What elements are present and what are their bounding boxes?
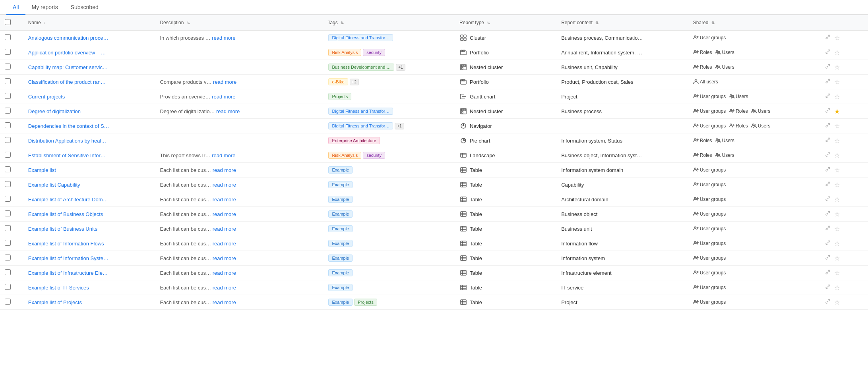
star-icon[interactable]: ☆ [834,122,840,130]
tab-my-reports[interactable]: My reports [25,0,64,15]
link-icon[interactable] [825,239,831,247]
link-icon[interactable] [825,151,831,159]
header-description[interactable]: Description ⇅ [155,15,323,31]
read-more-link[interactable]: read more [213,299,236,305]
report-name-link[interactable]: Degree of digitalization [28,108,81,114]
row-checkbox-10[interactable] [5,181,11,187]
read-more-link[interactable]: read more [213,211,236,217]
read-more-link[interactable]: read more [212,35,235,41]
read-more-link[interactable]: read more [213,270,236,276]
star-icon[interactable]: ☆ [834,49,840,56]
link-icon[interactable] [825,122,831,130]
report-name-link[interactable]: Current projects [28,94,65,100]
read-more-link[interactable]: read more [213,285,236,291]
tag-badge[interactable]: security [363,152,385,159]
link-icon[interactable] [825,166,831,174]
header-report-type[interactable]: Report type ⇅ [455,15,556,31]
report-name-link[interactable]: Example list of Business Objects [28,211,103,217]
star-icon[interactable]: ☆ [834,152,840,159]
read-more-link[interactable]: read more [213,197,236,203]
link-icon[interactable] [825,254,831,262]
tag-badge[interactable]: Example [328,196,353,203]
report-name-link[interactable]: Example list [28,167,56,173]
star-icon[interactable]: ☆ [834,93,840,100]
tag-badge[interactable]: Example [328,166,353,174]
report-name-link[interactable]: Establishment of Sensitive Infor… [28,152,106,158]
row-checkbox-4[interactable] [5,93,11,99]
row-checkbox-8[interactable] [5,152,11,158]
tag-badge[interactable]: Example [328,240,353,247]
row-checkbox-9[interactable] [5,166,11,172]
tag-more-badge[interactable]: +2 [350,79,359,85]
tag-badge[interactable]: Projects [354,299,377,306]
star-icon[interactable]: ☆ [834,196,840,203]
row-checkbox-18[interactable] [5,299,11,305]
tag-badge[interactable]: Example [328,181,353,188]
report-name-link[interactable]: Example list of Projects [28,299,82,305]
select-all-checkbox[interactable] [5,19,11,25]
link-icon[interactable] [825,93,831,100]
row-checkbox-0[interactable] [5,34,11,40]
read-more-link[interactable]: read more [213,241,236,247]
tag-badge[interactable]: Risk Analysis [328,49,361,56]
report-name-link[interactable]: Analogous communication proce… [28,35,108,41]
star-icon[interactable]: ☆ [834,240,840,247]
row-checkbox-15[interactable] [5,255,11,260]
row-checkbox-16[interactable] [5,269,11,275]
tab-subscribed[interactable]: Subscribed [64,0,105,15]
link-icon[interactable] [825,137,831,145]
star-icon[interactable]: ☆ [834,225,840,233]
link-icon[interactable] [825,48,831,56]
star-icon[interactable]: ☆ [834,269,840,277]
tag-more-badge[interactable]: +1 [396,64,405,71]
tag-badge[interactable]: Example [328,255,353,262]
header-tags[interactable]: Tags ⇅ [323,15,455,31]
star-icon[interactable]: ☆ [834,64,840,71]
row-checkbox-5[interactable] [5,108,11,114]
report-name-link[interactable]: Capability map: Customer servic… [28,64,108,70]
tag-badge[interactable]: Example [328,284,353,291]
row-checkbox-11[interactable] [5,196,11,202]
report-name-link[interactable]: Example list of Infrastructure Ele… [28,270,108,276]
star-icon[interactable]: ☆ [834,34,840,42]
read-more-link[interactable]: read more [212,152,235,158]
row-checkbox-1[interactable] [5,49,11,55]
star-icon[interactable]: ☆ [834,181,840,189]
link-icon[interactable] [825,298,831,306]
link-icon[interactable] [825,63,831,71]
star-icon[interactable]: ☆ [834,137,840,145]
header-report-content[interactable]: Report content ⇅ [556,15,688,31]
read-more-link[interactable]: read more [213,182,236,188]
link-icon[interactable] [825,225,831,233]
row-checkbox-12[interactable] [5,210,11,216]
link-icon[interactable] [825,195,831,203]
row-checkbox-7[interactable] [5,137,11,143]
link-icon[interactable] [825,34,831,42]
star-icon[interactable]: ☆ [834,255,840,262]
read-more-link[interactable]: read more [213,226,236,232]
star-icon[interactable]: ☆ [834,284,840,291]
link-icon[interactable] [825,284,831,291]
tag-badge[interactable]: e-Bike [328,78,348,85]
link-icon[interactable] [825,78,831,86]
header-name[interactable]: Name ↓ [23,15,155,31]
read-more-link[interactable]: read more [213,167,236,173]
link-icon[interactable] [825,269,831,277]
star-icon[interactable]: ★ [834,108,840,115]
row-checkbox-17[interactable] [5,284,11,290]
row-checkbox-6[interactable] [5,122,11,128]
link-icon[interactable] [825,210,831,218]
tag-badge[interactable]: Digital Fitness and Transfor… [328,108,393,115]
star-icon[interactable]: ☆ [834,78,840,86]
tag-badge[interactable]: Example [328,210,353,218]
star-icon[interactable]: ☆ [834,299,840,306]
read-more-link[interactable]: read more [216,108,240,114]
tag-badge[interactable]: security [363,49,385,56]
report-name-link[interactable]: Dependencies in the context of S… [28,123,109,129]
tag-badge[interactable]: Projects [328,93,351,100]
tag-badge[interactable]: Enterprise Architecture [328,137,380,144]
report-name-link[interactable]: Example list of Architecture Dom… [28,197,108,203]
tag-badge[interactable]: Business Development and … [328,64,394,71]
tag-badge[interactable]: Digital Fitness and Transfor… [328,122,393,129]
link-icon[interactable] [825,107,831,115]
